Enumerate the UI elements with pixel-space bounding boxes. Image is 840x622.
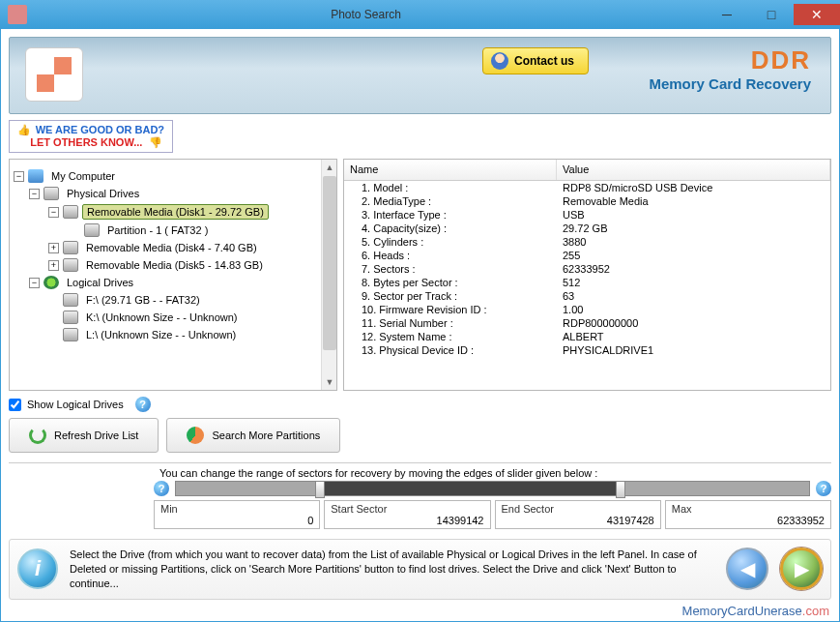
property-name: 6. Heads : xyxy=(344,250,557,261)
feedback-button[interactable]: 👍 WE ARE GOOD OR BAD? LET OTHERS KNOW...… xyxy=(9,120,173,153)
table-row[interactable]: 13. Physical Device ID :PHYSICALDRIVE1 xyxy=(344,343,830,357)
search-more-label: Search More Partitions xyxy=(212,429,320,441)
sector-range-slider[interactable] xyxy=(175,481,810,496)
thumbs-up-icon: 👍 xyxy=(17,124,29,135)
property-value: RDP800000000 xyxy=(557,317,830,329)
window-title: Photo Search xyxy=(27,8,705,21)
refresh-drive-list-button[interactable]: Refresh Drive List xyxy=(9,418,159,453)
property-name: 2. MediaType : xyxy=(344,195,557,207)
drive-tree-panel: −My Computer −Physical Drives −Removable… xyxy=(9,159,337,391)
tree-scrollbar[interactable]: ▲ ▼ xyxy=(321,160,336,390)
person-icon xyxy=(491,52,508,70)
next-button[interactable]: ▶ xyxy=(780,548,823,590)
search-more-partitions-button[interactable]: Search More Partitions xyxy=(166,418,340,453)
property-value: Removable Media xyxy=(557,195,830,207)
scroll-up-icon[interactable]: ▲ xyxy=(322,160,337,175)
property-value: ALBERT xyxy=(557,331,830,342)
feedback-line1: WE ARE GOOD OR BAD? xyxy=(36,124,164,135)
property-value: USB xyxy=(557,209,830,221)
table-row[interactable]: 1. Model :RDP8 SD/microSD USB Device xyxy=(344,181,830,194)
contact-label: Contact us xyxy=(514,54,574,68)
tree-node-drive-f[interactable]: F:\ (29.71 GB - - FAT32) xyxy=(48,291,333,309)
minimize-button[interactable] xyxy=(705,4,749,25)
column-header-name[interactable]: Name xyxy=(344,160,557,180)
contact-us-button[interactable]: Contact us xyxy=(482,47,589,74)
property-value: 63 xyxy=(557,290,830,302)
brand: DDR Memory Card Recovery xyxy=(649,45,811,92)
help-icon[interactable]: ? xyxy=(135,397,151,412)
property-value: 3880 xyxy=(557,236,830,248)
table-row[interactable]: 11. Serial Number :RDP800000000 xyxy=(344,316,830,330)
table-row[interactable]: 4. Capacity(size) :29.72 GB xyxy=(344,222,830,235)
property-name: 12. System Name : xyxy=(344,331,557,342)
app-icon xyxy=(8,5,27,24)
website-link[interactable]: MemoryCardUnerase.com xyxy=(9,600,831,618)
maximize-button[interactable] xyxy=(749,4,794,25)
table-row[interactable]: 12. System Name :ALBERT xyxy=(344,330,830,343)
tree-node-logical-drives[interactable]: −Logical Drives xyxy=(29,274,333,291)
divider xyxy=(9,462,831,463)
slider-selection xyxy=(322,482,620,495)
table-row[interactable]: 5. Cylinders :3880 xyxy=(344,235,830,249)
table-row[interactable]: 6. Heads :255 xyxy=(344,249,830,262)
brand-subtitle: Memory Card Recovery xyxy=(649,75,811,92)
drive-icon xyxy=(63,311,78,324)
info-icon: i xyxy=(17,548,58,589)
expand-icon[interactable]: + xyxy=(48,243,59,253)
drive-icon xyxy=(63,328,78,341)
tree-node-removable-disk1[interactable]: −Removable Media (Disk1 - 29.72 GB) xyxy=(48,202,333,222)
help-icon[interactable]: ? xyxy=(816,481,831,496)
property-value: RDP8 SD/microSD USB Device xyxy=(557,182,830,193)
table-row[interactable]: 10. Firmware Revision ID :1.00 xyxy=(344,303,830,316)
titlebar: Photo Search xyxy=(0,0,840,29)
table-row[interactable]: 2. MediaType :Removable Media xyxy=(344,194,830,208)
tree-node-my-computer[interactable]: −My Computer xyxy=(14,167,333,185)
refresh-icon xyxy=(29,427,46,444)
logical-icon xyxy=(43,276,59,289)
checkbox-label: Show Logical Drives xyxy=(27,399,124,410)
table-row[interactable]: 8. Bytes per Sector :512 xyxy=(344,276,830,289)
drive-icon xyxy=(43,187,59,200)
expand-icon[interactable]: + xyxy=(48,260,59,271)
max-field: Max62333952 xyxy=(665,500,831,529)
tree-node-drive-k[interactable]: K:\ (Unknown Size - - Unknown) xyxy=(48,309,333,326)
footer-panel: i Select the Drive (from which you want … xyxy=(9,539,831,600)
tree-node-removable-disk4[interactable]: +Removable Media (Disk4 - 7.40 GB) xyxy=(48,239,333,256)
tree-node-drive-l[interactable]: L:\ (Unknown Size - - Unknown) xyxy=(48,326,333,343)
feedback-line2: LET OTHERS KNOW... xyxy=(30,136,142,148)
tree-node-physical-drives[interactable]: −Physical Drives xyxy=(29,185,333,202)
brand-name: DDR xyxy=(649,45,811,75)
pie-chart-icon xyxy=(187,427,204,444)
table-row[interactable]: 7. Sectors :62333952 xyxy=(344,262,830,276)
tree-node-removable-disk5[interactable]: +Removable Media (Disk5 - 14.83 GB) xyxy=(48,256,333,274)
property-name: 5. Cylinders : xyxy=(344,236,557,248)
property-name: 7. Sectors : xyxy=(344,263,557,275)
refresh-label: Refresh Drive List xyxy=(54,429,138,441)
tree-node-partition1[interactable]: Partition - 1 ( FAT32 ) xyxy=(70,222,333,239)
thumbs-down-icon: 👎 xyxy=(149,136,160,148)
back-button[interactable]: ◀ xyxy=(726,548,768,590)
scroll-thumb[interactable] xyxy=(323,176,336,350)
banner: Contact us DDR Memory Card Recovery xyxy=(9,37,831,114)
drive-icon xyxy=(63,258,78,272)
collapse-icon[interactable]: − xyxy=(14,171,24,182)
table-row[interactable]: 3. Interface Type :USB xyxy=(344,208,830,222)
collapse-icon[interactable]: − xyxy=(48,207,59,218)
help-icon[interactable]: ? xyxy=(154,481,169,496)
scroll-down-icon[interactable]: ▼ xyxy=(322,374,337,390)
checkbox-input[interactable] xyxy=(9,399,21,411)
property-value: 512 xyxy=(557,277,830,288)
property-name: 10. Firmware Revision ID : xyxy=(344,304,557,315)
show-logical-drives-checkbox[interactable]: Show Logical Drives xyxy=(9,399,124,411)
slider-handle-left[interactable] xyxy=(315,481,325,498)
table-row[interactable]: 9. Sector per Track :63 xyxy=(344,289,830,303)
column-header-value[interactable]: Value xyxy=(557,160,830,180)
min-field: Min0 xyxy=(154,500,320,529)
slider-handle-right[interactable] xyxy=(616,481,625,498)
collapse-icon[interactable]: − xyxy=(29,189,40,199)
property-name: 9. Sector per Track : xyxy=(344,290,557,302)
collapse-icon[interactable]: − xyxy=(29,278,40,288)
computer-icon xyxy=(28,169,43,183)
start-sector-field: Start Sector14399142 xyxy=(324,500,490,529)
close-button[interactable] xyxy=(794,4,840,25)
